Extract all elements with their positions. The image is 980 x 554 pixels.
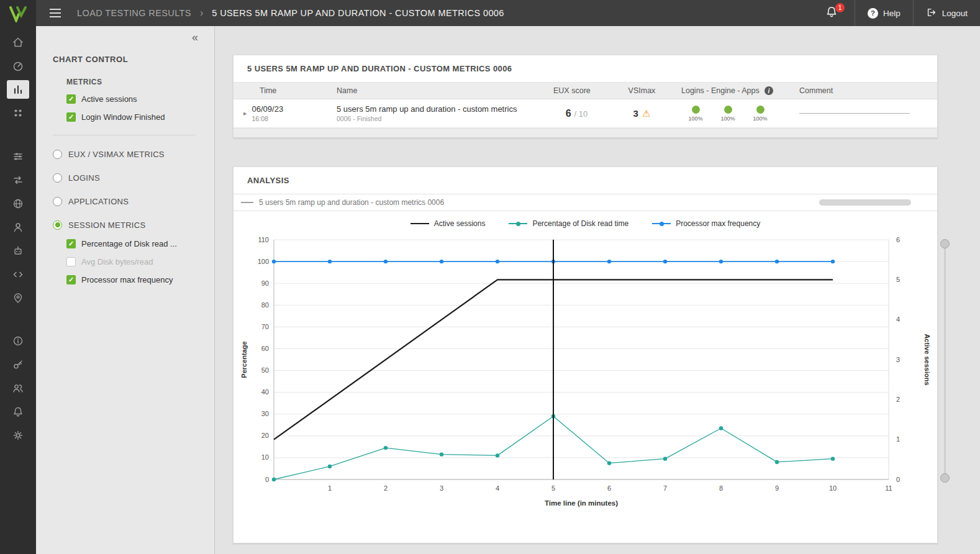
checkbox-label: Login Window Finished xyxy=(81,112,165,122)
table-row[interactable]: ▸ 06/09/23 16:08 5 users 5m ramp up and … xyxy=(234,99,937,128)
notification-badge: 1 xyxy=(835,3,845,12)
svg-text:90: 90 xyxy=(261,279,268,287)
key-icon xyxy=(7,355,29,374)
legend-label: Percentage of Disk read time xyxy=(532,219,628,228)
radio-applications[interactable]: APPLICATIONS xyxy=(53,196,214,206)
radio-label: LOGINS xyxy=(68,173,100,183)
panel-divider xyxy=(53,135,196,135)
bar-chart-icon xyxy=(7,80,29,99)
checkbox-icon xyxy=(66,275,76,284)
checkbox-label: Avg Disk bytes/read xyxy=(81,257,153,266)
nav-locations[interactable] xyxy=(0,286,36,310)
series-bar: 5 users 5m ramp up and duration - custom… xyxy=(234,194,937,211)
collapse-panel-icon[interactable]: « xyxy=(192,31,198,44)
user-icon xyxy=(7,218,29,237)
analysis-card: ANALYSIS 5 users 5m ramp up and duration… xyxy=(233,166,938,543)
radio-session-metrics[interactable]: SESSION METRICS xyxy=(53,220,214,230)
panel-title: CHART CONTROL xyxy=(53,55,214,64)
apps-percent: 100% xyxy=(753,116,767,122)
main-content: 5 USERS 5M RAMP UP AND DURATION - CUSTOM… xyxy=(215,26,980,554)
checkbox-pct-disk-read[interactable]: Percentage of Disk read ... xyxy=(66,238,214,249)
nav-about[interactable] xyxy=(0,329,36,353)
svg-text:Time line (in minutes): Time line (in minutes) xyxy=(545,499,618,507)
column-header-logins: Logins - Engine - Apps i xyxy=(678,86,789,95)
comment-input[interactable] xyxy=(799,113,910,114)
legend-item-2[interactable]: Processor max frequency xyxy=(652,219,760,228)
nav-settings[interactable] xyxy=(0,424,36,447)
nav-dashboard[interactable] xyxy=(0,54,36,78)
radio-label: EUX / VSIMAX METRICS xyxy=(68,150,165,159)
cell-vsimax: 3 ⚠ xyxy=(606,108,678,119)
test-time: 16:08 xyxy=(252,115,284,122)
breadcrumb-root[interactable]: LOAD TESTING RESULTS xyxy=(77,8,191,18)
svg-text:100: 100 xyxy=(257,258,268,265)
engine-status: 100% xyxy=(719,106,737,122)
radio-icon xyxy=(53,220,62,230)
home-icon xyxy=(7,33,29,52)
app-logo[interactable] xyxy=(7,4,29,24)
nav-infrastructure[interactable] xyxy=(0,192,36,216)
info-icon[interactable]: i xyxy=(764,86,773,95)
checkbox-label: Processor max frequency xyxy=(81,275,173,284)
checkbox-active-sessions[interactable]: Active sessions xyxy=(66,94,214,104)
radio-eux-vsimax-metrics[interactable]: EUX / VSIMAX METRICS xyxy=(53,149,214,159)
nav-test-results[interactable] xyxy=(0,78,36,101)
radio-icon xyxy=(53,173,62,183)
nav-scripting[interactable] xyxy=(0,263,36,286)
top-bar: LOAD TESTING RESULTS › 5 USERS 5M RAMP U… xyxy=(36,0,980,26)
analysis-chart[interactable]: 0102030405060708090100110012345612345678… xyxy=(238,231,933,511)
status-dot-green xyxy=(756,106,764,114)
app-window: LOAD TESTING RESULTS › 5 USERS 5M RAMP U… xyxy=(0,0,980,554)
radio-label: SESSION METRICS xyxy=(68,220,145,230)
nav-access[interactable] xyxy=(0,353,36,376)
column-header-comment: Comment xyxy=(789,86,937,95)
nav-notifications[interactable] xyxy=(0,400,36,424)
vsimax-value: 3 xyxy=(633,108,638,119)
svg-text:0: 0 xyxy=(265,476,268,483)
svg-text:50: 50 xyxy=(261,366,268,374)
legend-item-1[interactable]: Percentage of Disk read time xyxy=(509,219,628,228)
nav-home[interactable] xyxy=(0,30,36,54)
menu-icon[interactable] xyxy=(47,6,63,20)
nav-settings-sliders[interactable] xyxy=(0,145,36,168)
radio-logins[interactable]: LOGINS xyxy=(53,173,214,183)
nav-applications[interactable] xyxy=(0,101,36,125)
logout-button[interactable]: Logout xyxy=(914,0,980,26)
legend-item-0[interactable]: Active sessions xyxy=(411,219,486,228)
users-icon xyxy=(7,379,29,397)
svg-text:80: 80 xyxy=(261,301,268,309)
series-bar-label: 5 users 5m ramp up and duration - custom… xyxy=(259,198,444,207)
nav-virtual-user[interactable] xyxy=(0,239,36,263)
series-swatch-icon xyxy=(241,202,253,203)
expand-row-icon[interactable]: ▸ xyxy=(243,109,247,117)
nav-rail xyxy=(0,0,36,554)
svg-text:7: 7 xyxy=(663,484,666,492)
engine-percent: 100% xyxy=(720,116,735,122)
column-header-vsimax: VSImax xyxy=(606,86,678,95)
bot-icon xyxy=(7,242,29,260)
svg-text:5: 5 xyxy=(551,484,555,492)
radio-label: APPLICATIONS xyxy=(68,197,129,206)
svg-text:110: 110 xyxy=(258,236,269,243)
chart-horizontal-scrollbar[interactable] xyxy=(819,199,911,206)
nav-workloads[interactable] xyxy=(0,168,36,192)
analysis-card-title: ANALYSIS xyxy=(234,167,937,194)
column-header-name: Name xyxy=(324,86,547,95)
chart-vertical-zoom-slider[interactable] xyxy=(939,239,950,483)
legend-swatch-icon xyxy=(652,223,671,224)
legend-swatch-icon xyxy=(509,223,527,224)
eux-score-total: / 10 xyxy=(574,109,588,119)
column-header-logins-label: Logins - Engine - Apps xyxy=(681,86,760,95)
slider-handle-top[interactable] xyxy=(940,239,950,248)
logout-icon xyxy=(926,7,937,20)
checkbox-login-window-finished[interactable]: Login Window Finished xyxy=(66,112,214,122)
checkbox-avg-disk-bytes-read[interactable]: Avg Disk bytes/read xyxy=(66,257,214,267)
help-button[interactable]: ? Help xyxy=(855,0,913,26)
nav-account[interactable] xyxy=(0,216,36,239)
notifications-button[interactable]: 1 xyxy=(809,0,855,26)
nav-users[interactable] xyxy=(0,376,36,400)
checkbox-processor-max-frequency[interactable]: Processor max frequency xyxy=(66,275,214,285)
radio-icon xyxy=(53,150,62,159)
svg-text:2: 2 xyxy=(896,396,900,403)
slider-handle-bottom[interactable] xyxy=(940,473,950,483)
